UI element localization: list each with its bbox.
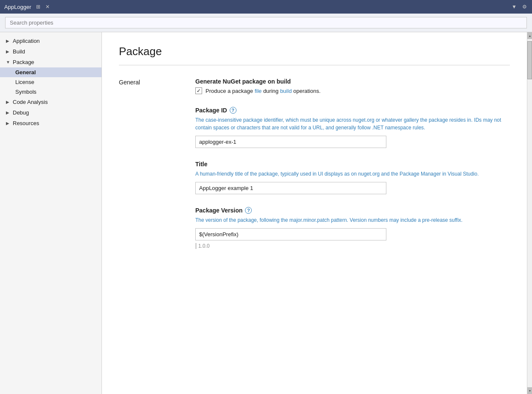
pin-icon[interactable]: ⊞: [35, 3, 42, 10]
title-bar-icons: ⊞ ✕: [35, 3, 51, 10]
chevron-right-icon: ▶: [6, 49, 13, 54]
chevron-right-icon: ▶: [6, 100, 13, 104]
section-general: General Generate NuGet package on build …: [119, 78, 510, 262]
section-label-general: General: [119, 78, 195, 262]
content-area: Package General Generate NuGet package o…: [102, 32, 527, 394]
file-link[interactable]: file: [255, 88, 262, 94]
chevron-right-icon: ▶: [6, 121, 13, 126]
search-bar: [0, 14, 532, 32]
build-link[interactable]: build: [280, 88, 292, 94]
scrollbar-panel: ▲ ▼: [527, 32, 532, 394]
sidebar-item-build[interactable]: ▶ Build: [0, 46, 101, 57]
sidebar: ▶ Application ▶ Build ▼ Package General …: [0, 32, 102, 394]
checkmark-icon: ✓: [197, 88, 201, 94]
sidebar-item-package[interactable]: ▼ Package: [0, 57, 101, 67]
package-id-input[interactable]: [195, 136, 386, 148]
window-title: AppLogger: [4, 4, 31, 10]
help-icon-package-id[interactable]: ?: [230, 107, 236, 114]
main-layout: ▶ Application ▶ Build ▼ Package General …: [0, 32, 532, 394]
sidebar-sub-item-license[interactable]: License: [0, 77, 101, 87]
field-desc-title: A human-friendly title of the package, t…: [195, 170, 510, 178]
close-icon[interactable]: ✕: [44, 3, 51, 10]
sidebar-item-resources[interactable]: ▶ Resources: [0, 118, 101, 129]
chevron-right-icon: ▶: [6, 39, 13, 43]
sidebar-item-label: Package: [13, 59, 97, 65]
checkbox-row-nuget: ✓ Produce a package file during build op…: [195, 87, 510, 94]
field-nuget-generate: Generate NuGet package on build ✓ Produc…: [195, 78, 510, 94]
title-bar-left: AppLogger ⊞ ✕: [4, 3, 51, 10]
title-bar-right: ▼ ⚙: [511, 3, 528, 10]
sidebar-item-label: Code Analysis: [13, 99, 97, 105]
field-label-title: Title: [195, 161, 510, 168]
scrollbar-up-button[interactable]: ▲: [527, 32, 532, 39]
page-title: Package: [119, 45, 510, 58]
sidebar-item-label: Application: [13, 38, 97, 44]
field-desc-package-id: The case-insensitive package identifier,…: [195, 116, 510, 131]
field-package-version: Package Version ? The version of the pac…: [195, 207, 510, 249]
dropdown-icon[interactable]: ▼: [511, 3, 518, 10]
sidebar-sub-item-general[interactable]: General: [0, 67, 101, 77]
search-input[interactable]: [5, 17, 527, 28]
settings-icon[interactable]: ⚙: [521, 3, 528, 10]
field-desc-package-version: The version of the package, following th…: [195, 216, 510, 224]
scrollbar-down-button[interactable]: ▼: [527, 387, 532, 394]
scrollbar-track: [527, 39, 532, 387]
title-bar: AppLogger ⊞ ✕ ▼ ⚙: [0, 0, 532, 14]
checkbox-label-nuget: Produce a package file during build oper…: [205, 88, 321, 94]
sidebar-sub-item-label: Symbols: [15, 89, 37, 95]
page-divider: [119, 65, 510, 65]
chevron-right-icon: ▶: [6, 110, 13, 115]
chevron-down-icon: ▼: [6, 60, 13, 64]
sidebar-item-code-analysis[interactable]: ▶ Code Analysis: [0, 97, 101, 107]
version-hint: 1.0.0: [195, 243, 510, 249]
checkbox-nuget[interactable]: ✓: [195, 87, 202, 94]
sidebar-item-label: Build: [13, 48, 97, 55]
section-content-general: Generate NuGet package on build ✓ Produc…: [195, 78, 510, 262]
scrollbar-thumb[interactable]: [527, 41, 532, 79]
sidebar-item-label: Debug: [13, 109, 97, 116]
sidebar-item-application[interactable]: ▶ Application: [0, 36, 101, 46]
field-package-id: Package ID ? The case-insensitive packag…: [195, 107, 510, 148]
sidebar-sub-item-symbols[interactable]: Symbols: [0, 87, 101, 97]
field-label-nuget-generate: Generate NuGet package on build: [195, 78, 510, 85]
field-title: Title A human-friendly title of the pack…: [195, 161, 510, 194]
field-label-package-id: Package ID ?: [195, 107, 510, 114]
sidebar-sub-item-label: General: [15, 69, 36, 75]
help-icon-package-version[interactable]: ?: [245, 207, 252, 214]
sidebar-item-label: Resources: [13, 120, 97, 126]
sidebar-item-debug[interactable]: ▶ Debug: [0, 107, 101, 118]
title-input[interactable]: [195, 182, 386, 194]
package-version-input[interactable]: [195, 228, 386, 240]
field-label-package-version: Package Version ?: [195, 207, 510, 214]
sidebar-sub-item-label: License: [15, 79, 34, 85]
